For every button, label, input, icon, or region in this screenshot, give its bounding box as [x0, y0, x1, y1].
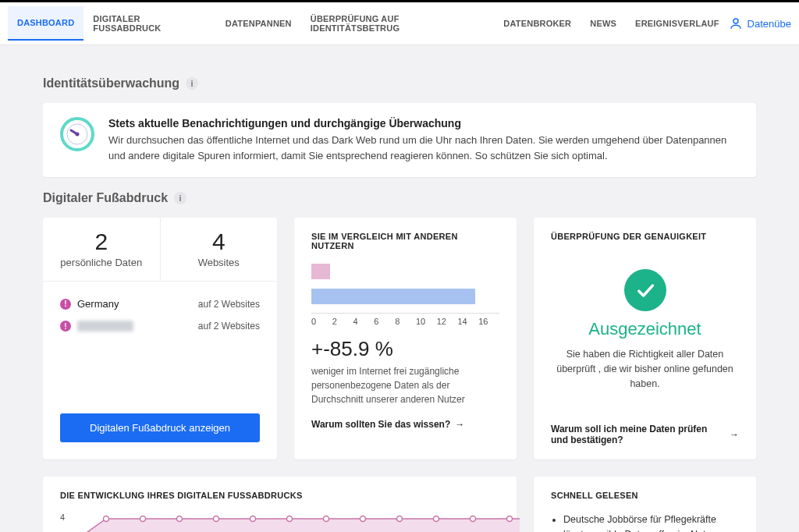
- stat-websites-number: 4: [161, 229, 278, 255]
- intro-card: Stets aktuelle Benachrichtigungen und du…: [43, 103, 756, 177]
- axis-tick: 8: [395, 317, 416, 326]
- accuracy-description: Sie haben die Richtigkeit aller Daten üb…: [551, 347, 739, 397]
- info-icon[interactable]: i: [174, 192, 186, 204]
- stats-header: 2 persönliche Daten 4 Websites: [43, 218, 277, 282]
- svg-point-11: [287, 516, 293, 522]
- location-row-1[interactable]: ! Germany auf 2 Websites: [60, 293, 260, 315]
- gauge-icon: [60, 117, 94, 151]
- intro-description: Wir durchsuchen das öffentliche Internet…: [108, 133, 739, 163]
- svg-point-4: [76, 133, 80, 137]
- footprint-cards-row: 2 persönliche Daten 4 Websites ! Germany…: [43, 218, 756, 459]
- svg-point-9: [214, 516, 219, 522]
- comparison-title: SIE IM VERGLEICH MIT ANDEREN NUTZERN: [311, 232, 499, 250]
- accuracy-card: ÜBERPRÜFUNG DER GENAUIGKEIT Ausgezeichne…: [534, 218, 756, 459]
- accuracy-link[interactable]: Warum soll ich meine Daten prüfen und be…: [551, 424, 739, 445]
- schnell-item[interactable]: Deutsche Jobbörse für Pflegekräfte lässt…: [563, 512, 739, 532]
- trend-chart: 4: [60, 512, 499, 532]
- bottom-cards-row: DIE ENTWICKLUNG IHRES DIGITALEN FUSSABDR…: [43, 477, 756, 532]
- nav-dashboard[interactable]: DASHBOARD: [8, 6, 83, 41]
- axis-tick: 2: [332, 317, 353, 326]
- bar-you: [311, 263, 499, 280]
- arrow-right-icon: →: [455, 419, 464, 430]
- bar-you-fill: [311, 264, 330, 279]
- nav-user-label: Datenübe: [748, 18, 791, 30]
- nav-data-breaches[interactable]: DATENPANNEN: [216, 7, 301, 40]
- schnell-title: SCHNELL GELESEN: [551, 491, 739, 500]
- svg-point-17: [507, 516, 513, 522]
- bar-axis: 0246810121416: [311, 313, 499, 326]
- intro-text-block: Stets aktuelle Benachrichtigungen und du…: [108, 117, 739, 163]
- comparison-percentage: +-85.9 %: [311, 337, 499, 361]
- accuracy-link-text: Warum soll ich meine Daten prüfen und be…: [551, 424, 725, 445]
- svg-point-6: [104, 516, 109, 522]
- nav-news[interactable]: NEWS: [581, 7, 626, 40]
- trend-line-svg: [71, 512, 520, 532]
- comparison-link[interactable]: Warum sollten Sie das wissen? →: [311, 419, 499, 430]
- accuracy-rating: Ausgezeichnet: [551, 319, 739, 339]
- show-footprint-button[interactable]: Digitalen Fußabdruck anzeigen: [60, 413, 260, 442]
- stat-websites-label: Websites: [161, 257, 278, 268]
- svg-point-10: [250, 516, 256, 522]
- accuracy-title: ÜBERPRÜFUNG DER GENAUIGKEIT: [551, 232, 739, 241]
- arrow-right-icon: →: [730, 429, 739, 440]
- page-content: Identitätsüberwachung i Stets aktuelle B…: [0, 45, 799, 532]
- schnell-list: Deutsche Jobbörse für Pflegekräfte lässt…: [551, 512, 739, 532]
- axis-tick: 12: [437, 317, 458, 326]
- comparison-card: SIE IM VERGLEICH MIT ANDEREN NUTZERN 024…: [294, 218, 517, 459]
- svg-point-13: [360, 516, 366, 522]
- nav-user-link[interactable]: Datenübe: [729, 16, 791, 30]
- stat-personal-number: 2: [43, 229, 160, 255]
- svg-point-8: [177, 516, 183, 522]
- redacted-text: [77, 321, 133, 332]
- axis-tick: 16: [478, 317, 499, 326]
- axis-tick: 0: [311, 317, 332, 326]
- stat-personal: 2 persönliche Daten: [43, 218, 160, 281]
- location-row-2[interactable]: ! auf 2 Websites: [60, 315, 260, 337]
- main-nav: DASHBOARD DIGITALER FUSSABDRUCK DATENPAN…: [0, 2, 799, 45]
- bar-others: [311, 288, 499, 305]
- alert-icon: !: [60, 299, 71, 310]
- stat-websites: 4 Websites: [160, 218, 278, 281]
- stat-personal-label: persönliche Daten: [43, 257, 160, 268]
- identity-section-title-text: Identitätsüberwachung: [43, 76, 179, 90]
- accuracy-body: Ausgezeichnet Sie haben die Richtigkeit …: [551, 254, 739, 397]
- checkmark-icon: [624, 269, 666, 311]
- footprint-section-title-text: Digitaler Fußabdruck: [43, 191, 168, 205]
- user-icon: [729, 16, 743, 30]
- identity-section-title: Identitätsüberwachung i: [43, 76, 756, 90]
- axis-tick: 10: [416, 317, 437, 326]
- nav-data-broker[interactable]: DATENBROKER: [494, 7, 581, 40]
- svg-point-16: [471, 516, 476, 522]
- info-icon[interactable]: i: [186, 77, 198, 90]
- axis-tick: 4: [353, 317, 375, 326]
- comparison-link-text: Warum sollten Sie das wissen?: [311, 419, 450, 430]
- trend-y-label: 4: [60, 512, 65, 522]
- svg-point-15: [434, 516, 439, 522]
- trend-title: DIE ENTWICKLUNG IHRES DIGITALEN FUSSABDR…: [60, 491, 499, 500]
- nav-event-history[interactable]: EREIGNISVERLAUF: [626, 7, 729, 40]
- axis-tick: 6: [374, 317, 395, 326]
- personal-data-card: 2 persönliche Daten 4 Websites ! Germany…: [43, 218, 277, 459]
- trend-card: DIE ENTWICKLUNG IHRES DIGITALEN FUSSABDR…: [43, 477, 517, 532]
- intro-title: Stets aktuelle Benachrichtigungen und du…: [108, 117, 739, 129]
- alert-icon: !: [60, 321, 71, 332]
- nav-digital-footprint[interactable]: DIGITALER FUSSABDRUCK: [83, 2, 216, 44]
- schnell-card: SCHNELL GELESEN Deutsche Jobbörse für Pf…: [534, 477, 756, 532]
- location-label: Germany: [77, 298, 119, 310]
- axis-tick: 14: [457, 317, 478, 326]
- svg-point-14: [397, 516, 403, 522]
- location-right-text: auf 2 Websites: [198, 321, 260, 332]
- footprint-section-title: Digitaler Fußabdruck i: [43, 191, 756, 205]
- bar-others-fill: [311, 289, 475, 304]
- svg-point-7: [140, 516, 146, 522]
- svg-point-12: [324, 516, 329, 522]
- svg-point-0: [733, 19, 738, 23]
- nav-identity-fraud[interactable]: ÜBERPRÜFUNG AUF IDENTITÄTSBETRUG: [301, 2, 495, 44]
- location-right-text: auf 2 Websites: [198, 299, 260, 310]
- comparison-description: weniger im Internet frei zugängliche per…: [311, 364, 499, 406]
